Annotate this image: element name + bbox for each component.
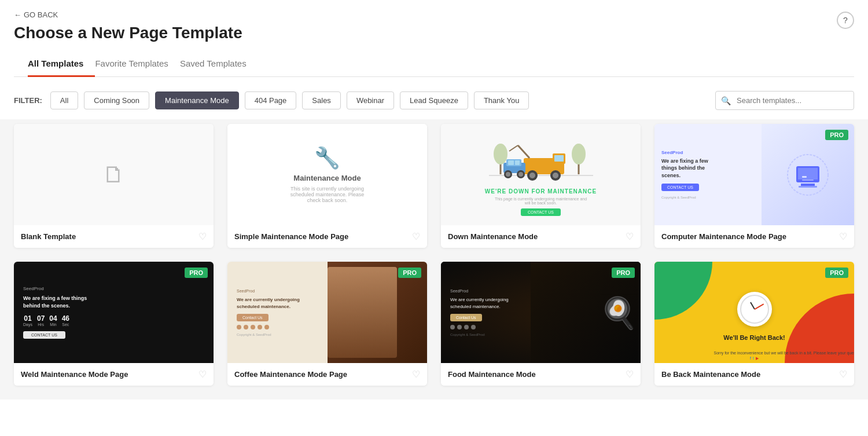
template-name-food: Food Maintenance Mode [448,370,536,379]
page-wrapper: GO BACK Choose a New Page Template ? All… [0,0,868,436]
clock-hour-hand [750,302,755,309]
filter-all[interactable]: All [50,91,78,109]
template-name-blank: Blank Template [21,232,76,241]
pro-badge-food: PRO [612,268,635,278]
template-name-coffee: Coffee Maintenance Mode Page [234,370,347,379]
coffee-social-1 [237,325,241,329]
weld-counter-1: 01 Days [23,314,32,327]
filter-bar: FILTER: All Coming Soon Maintenance Mode… [0,77,868,119]
pro-badge-computer: PRO [825,130,848,140]
tab-all-templates[interactable]: All Templates [28,52,95,77]
template-card-weld-maintenance[interactable]: SeedProd We are fixing a few things behi… [14,262,214,386]
food-social-2 [457,325,462,329]
down-contact-btn: CONTACT US [521,208,561,216]
food-social-3 [464,325,469,329]
coffee-contact-btn: Contact Us [237,314,269,321]
filter-404[interactable]: 404 Page [245,91,297,109]
seedprod-badge-computer: SeedProd [661,150,755,155]
page-title: Choose a New Page Template [14,24,854,42]
clock-minute-hand [754,303,763,309]
svg-point-19 [506,172,510,177]
svg-rect-16 [508,160,514,165]
beback-social-icons: f t ▶ [750,356,759,361]
favorite-icon-down[interactable]: ♡ [626,231,634,242]
filter-label: FILTER: [14,96,42,105]
svg-rect-24 [798,168,818,179]
template-footer-computer: Computer Maintenance Mode Page ♡ [654,225,854,248]
tabs-container: All Templates Favorite Templates Saved T… [14,52,854,77]
filter-maintenance-mode[interactable]: Maintenance Mode [155,91,239,109]
tow-truck-illustration [441,134,641,186]
svg-point-9 [529,173,535,178]
beback-green-wave [654,262,712,320]
beback-subtitle: Sorry for the inconvenience but we will … [714,351,795,355]
tab-saved-templates[interactable]: Saved Templates [180,52,258,77]
template-name-beback: Be Back Maintenance Mode [661,370,760,379]
svg-point-3 [572,144,586,164]
template-thumbnail-weld: SeedProd We are fixing a few things behi… [14,262,214,363]
template-name-computer: Computer Maintenance Mode Page [661,232,786,241]
down-headline: WE'RE DOWN FOR MAINTENANCE [485,188,597,195]
beback-twitter-icon: t [753,356,754,361]
filter-thank-you[interactable]: Thank You [474,91,529,109]
simple-maintenance-title: Maintenance Mode [293,174,361,182]
template-footer-simple: Simple Maintenance Mode Page ♡ [227,225,427,248]
coffee-social-4 [258,325,262,329]
favorite-icon-weld[interactable]: ♡ [198,369,207,380]
coffee-copyright: Copyright & SeedProd [237,333,322,336]
search-input[interactable] [715,91,854,110]
favorite-icon-computer[interactable]: ♡ [839,231,847,242]
template-name-simple: Simple Maintenance Mode Page [234,232,348,241]
favorite-icon-food[interactable]: ♡ [626,369,634,380]
template-card-food-maintenance[interactable]: 🍳 SeedProd We are currently undergoing s… [441,262,641,386]
template-card-coffee-maintenance[interactable]: SeedProd We are currently undergoing sch… [227,262,427,386]
template-name-down: Down Maintenance Mode [448,232,538,241]
template-thumbnail-simple: 🔧 Maintenance Mode This site is currentl… [227,124,427,225]
svg-rect-17 [515,160,520,165]
search-wrapper: 🔍 [715,91,854,110]
coffee-social-5 [264,325,269,329]
comp-main-title: We are fixing a few things behind the sc… [661,157,725,179]
template-card-simple-maintenance[interactable]: 🔧 Maintenance Mode This site is currentl… [227,124,427,248]
filter-lead-squeeze[interactable]: Lead Squeeze [400,91,468,109]
simple-maintenance-subtitle: This site is currently undergoing schedu… [287,186,368,203]
favorite-icon-simple[interactable]: ♡ [412,231,420,242]
svg-point-11 [553,173,558,178]
template-thumbnail-computer: SeedProd We are fixing a few things behi… [654,124,854,225]
template-thumbnail-coffee: SeedProd We are currently undergoing sch… [227,262,427,363]
coffee-title: We are currently undergoing scheduled ma… [237,296,300,310]
templates-grid: 🗋 Blank Template ♡ 🔧 Maintenance Mode Th… [0,119,868,400]
filter-coming-soon[interactable]: Coming Soon [84,91,149,109]
filter-sales[interactable]: Sales [302,91,341,109]
weld-counter-3: 04 Min [49,314,57,327]
template-thumbnail-food: 🍳 SeedProd We are currently undergoing s… [441,262,641,363]
go-back-button[interactable]: GO BACK [14,10,58,19]
template-card-blank[interactable]: 🗋 Blank Template ♡ [14,124,214,248]
template-footer-down: Down Maintenance Mode ♡ [441,225,641,248]
wrench-icon: 🔧 [314,146,340,170]
favorite-icon-coffee[interactable]: ♡ [412,369,420,380]
svg-point-21 [518,172,523,177]
template-footer-food: Food Maintenance Mode ♡ [441,363,641,386]
pro-badge-beback: PRO [825,268,848,278]
weld-btn: CONTACT US [23,331,65,339]
template-thumbnail-down: WE'RE DOWN FOR MAINTENANCE This page is … [441,124,641,225]
template-footer-weld: Weld Maintenance Mode Page ♡ [14,363,214,386]
weld-title: We are fixing a few things behind the sc… [23,295,98,309]
template-card-beback-maintenance[interactable]: We'll Be Right Back! Sorry for the incon… [654,262,854,386]
coffee-social-3 [251,325,255,329]
template-thumbnail-beback: We'll Be Right Back! Sorry for the incon… [654,262,854,363]
coffee-social-2 [244,325,248,329]
template-card-down-maintenance[interactable]: WE'RE DOWN FOR MAINTENANCE This page is … [441,124,641,248]
favorite-icon-blank[interactable]: ♡ [198,231,207,242]
filter-webinar[interactable]: Webinar [347,91,394,109]
template-card-computer-maintenance[interactable]: SeedProd We are fixing a few things behi… [654,124,854,248]
svg-rect-28 [802,179,814,181]
tab-favorite-templates[interactable]: Favorite Templates [95,52,179,77]
beback-clock [737,292,772,327]
coffee-menu-board [328,267,398,358]
svg-point-1 [494,144,507,164]
help-button[interactable]: ? [837,12,854,29]
favorite-icon-beback[interactable]: ♡ [839,369,847,380]
beback-facebook-icon: f [750,356,751,361]
